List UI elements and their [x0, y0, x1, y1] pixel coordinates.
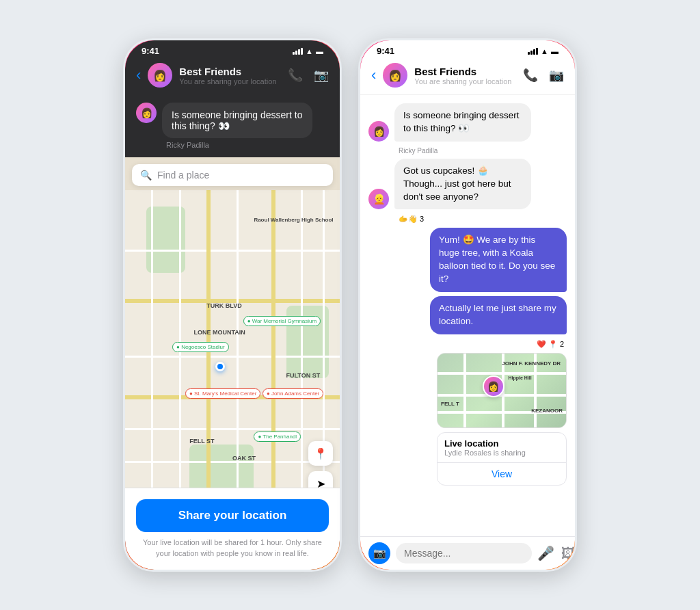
- call-button-2[interactable]: 📞: [523, 68, 538, 83]
- battery-icon: ▬: [316, 47, 323, 55]
- message-area-dark: 👩 Is someone bringing dessert to this th…: [125, 94, 340, 157]
- status-icons-2: ▲ ▬: [528, 47, 558, 55]
- group-avatar-2: 👩: [383, 63, 407, 88]
- reaction-cupcake: 🫱👋 3: [399, 215, 567, 224]
- header-info-2: Best Friends You are sharing your locati…: [414, 66, 516, 85]
- map-label-lone-mountain: LONE MOUNTAIN: [193, 329, 245, 336]
- sender-name-1: Ricky Padilla: [166, 141, 329, 149]
- status-bar-2: 9:41 ▲ ▬: [360, 40, 575, 59]
- message-row-sent-1: Yum! 🤩 We are by this huge tree, with a …: [368, 228, 567, 292]
- bubble-sent-2: Actually let me just share my location.: [430, 296, 567, 334]
- map-thumb-container: JOHN F. KENNEDY DR KEZANOOR FELL T 👩 Hip…: [368, 353, 567, 428]
- input-bar: 📷 🎤 🖼 😊: [360, 536, 575, 570]
- header-subtitle-1: You are sharing your location: [179, 77, 281, 85]
- map-label-oak: OAK ST: [232, 455, 256, 462]
- map-label-fulton: FULTON ST: [286, 372, 321, 379]
- video-button-2[interactable]: 📷: [549, 68, 564, 83]
- location-pin-button[interactable]: 📍: [308, 441, 333, 466]
- user-location-dot: [215, 362, 225, 371]
- time-1: 9:41: [142, 46, 159, 56]
- message-row-received-2: 👱 Got us cupcakes! 🧁 Though... just got …: [368, 159, 567, 210]
- message-bubble-1: Is someone bringing dessert to this thin…: [162, 103, 312, 138]
- map-poi-st-marys: ● St. Mary's Medical Center: [185, 388, 260, 399]
- live-location-info: Live location Lydie Rosales is sharing: [438, 433, 566, 462]
- map-poi-negoesco: ● Negoesco Stadiur: [172, 342, 229, 352]
- search-icon: 🔍: [140, 170, 152, 181]
- message-row-received-1: 👩 Is someone bringing dessert to this th…: [368, 103, 567, 142]
- bubble-sent-1: Yum! 🤩 We are by this huge tree, with a …: [430, 228, 567, 292]
- header-info-1: Best Friends You are sharing your locati…: [179, 66, 281, 85]
- map-container: 🔍 Find a place: [125, 157, 340, 488]
- video-button-1[interactable]: 📷: [314, 68, 329, 83]
- photo-button[interactable]: 🖼: [561, 546, 575, 561]
- group-name-2: Best Friends: [414, 66, 516, 77]
- map-thumbnail[interactable]: JOHN F. KENNEDY DR KEZANOOR FELL T 👩 Hip…: [437, 353, 567, 428]
- map-label-hippie-hill: Hippie Hill: [508, 375, 531, 380]
- bubble-received-1: Is someone bringing dessert to this thin…: [394, 103, 531, 142]
- header-subtitle-2: You are sharing your location: [414, 77, 516, 85]
- chat-header-1: ‹ 👩 Best Friends You are sharing your lo…: [125, 59, 340, 94]
- header-actions-2: 📞 📷: [523, 68, 564, 83]
- signal-icon: [293, 48, 303, 55]
- map-bg: LONE MOUNTAIN TURK BLVD FELL ST OAK ST F…: [125, 190, 340, 488]
- back-button-2[interactable]: ‹: [371, 66, 376, 84]
- live-location-title: Live location: [444, 438, 559, 449]
- location-avatar: 👩: [483, 375, 504, 397]
- compass-button[interactable]: ➤: [308, 471, 333, 488]
- sender-avatar-1: 👩: [136, 103, 157, 123]
- header-actions-1: 📞 📷: [288, 68, 329, 83]
- group-avatar-1: 👩: [148, 63, 172, 88]
- chat-area: 👩 Is someone bringing dessert to this th…: [360, 95, 575, 536]
- map-label-school: Raoul Wallenberg High School: [254, 217, 308, 223]
- bubble-received-2: Got us cupcakes! 🧁 Though... just got he…: [394, 159, 531, 210]
- sender-name-2: Ricky Padilla: [399, 147, 567, 155]
- signal-icon-2: [528, 48, 538, 55]
- message-row-sent-2: Actually let me just share my location.: [368, 296, 567, 334]
- map-poi-panhandle: ● The Panhandl: [254, 432, 301, 442]
- live-location-card: Live location Lydie Rosales is sharing V…: [437, 432, 567, 486]
- sender-avatar-3: 👱: [368, 189, 389, 209]
- map-search-bar[interactable]: 🔍 Find a place: [132, 164, 333, 186]
- camera-button[interactable]: 📷: [368, 542, 390, 564]
- time-2: 9:41: [377, 46, 394, 56]
- share-disclaimer: Your live location will be shared for 1 …: [136, 538, 329, 559]
- sender-avatar-2: 👩: [368, 121, 389, 142]
- map-label-kezanoor: KEZANOOR: [531, 408, 563, 414]
- group-name-1: Best Friends: [179, 66, 281, 77]
- message-row-1: 👩 Is someone bringing dessert to this th…: [136, 103, 329, 138]
- reaction-heart: ❤️ 📍 2: [368, 340, 564, 349]
- live-location-subtitle: Lydie Rosales is sharing: [444, 449, 559, 457]
- wifi-icon: ▲: [306, 47, 313, 55]
- back-button-1[interactable]: ‹: [136, 66, 141, 84]
- mic-button[interactable]: 🎤: [537, 545, 554, 561]
- map-label-fell: FELL ST: [189, 438, 214, 445]
- phone-2: 9:41 ▲ ▬ ‹ 👩: [358, 38, 577, 572]
- view-button[interactable]: View: [438, 463, 566, 485]
- map-label-fell-t: FELL T: [441, 401, 459, 407]
- share-location-button[interactable]: Share your location: [136, 499, 329, 532]
- map-label-turk: TURK BLVD: [206, 302, 241, 309]
- map-poi-john-adams: ● John Adams Center: [262, 388, 323, 399]
- share-location-footer: Share your location Your live location w…: [125, 488, 340, 570]
- input-actions: 🎤 🖼 😊: [537, 545, 575, 561]
- call-button-1[interactable]: 📞: [288, 68, 303, 83]
- wifi-icon-2: ▲: [541, 47, 548, 55]
- map-poi-war-memorial: ● War Memorial Gymnasium: [243, 316, 321, 326]
- message-input[interactable]: [396, 543, 532, 563]
- phone-1: 9:41 ▲ ▬ ‹ 👩: [123, 38, 342, 572]
- battery-icon-2: ▬: [551, 47, 558, 55]
- chat-header-2: ‹ 👩 Best Friends You are sharing your lo…: [360, 59, 575, 95]
- search-placeholder: Find a place: [157, 170, 209, 181]
- status-bar-1: 9:41 ▲ ▬: [125, 40, 340, 59]
- live-location-wrapper: Live location Lydie Rosales is sharing V…: [368, 432, 567, 486]
- map-label-kennedy: JOHN F. KENNEDY DR: [502, 360, 561, 367]
- status-icons-1: ▲ ▬: [293, 47, 323, 55]
